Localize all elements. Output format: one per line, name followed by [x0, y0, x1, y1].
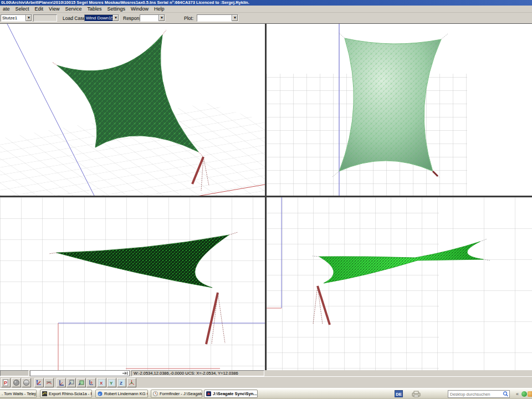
scroll-arrow-icon[interactable] [122, 371, 129, 375]
view-y-button[interactable]: Y [107, 378, 116, 387]
selection-combo-value: Stutze1 [1, 15, 25, 21]
view-box-3-button[interactable] [76, 378, 86, 387]
paste-button[interactable]: P [1, 378, 11, 387]
menu-item-ate[interactable]: ate [0, 6, 13, 13]
load-case-combo-value: Wind Down15 [85, 15, 112, 21]
taskbar-button-internet-explorer[interactable]: e Robert Lindemann KG Gr... [95, 390, 148, 398]
application-window: 0L00\Archiv\Arbeit\Planex\2010\10015 Seg… [0, 0, 532, 399]
svg-text:e: e [99, 392, 100, 396]
language-indicator[interactable]: DE [395, 390, 403, 397]
search-input[interactable] [448, 392, 502, 397]
chevron-down-icon[interactable]: ▼ [158, 15, 165, 21]
svg-text:X: X [100, 381, 103, 386]
window-title: 0L00\Archiv\Arbeit\Planex\2010\10015 Seg… [1, 0, 249, 5]
coordinate-readout: W:-2.0534,12.0386,-0.0000 UCS: X=-2.0534… [131, 370, 264, 376]
title-bar[interactable]: 0L00\Archiv\Arbeit\Planex\2010\10015 Seg… [0, 0, 532, 6]
elevation-grid-dense [267, 197, 439, 371]
tray-sync-icon[interactable] [521, 391, 527, 397]
load-case-combo[interactable]: Wind Down15 ▼ [84, 14, 119, 22]
load-case-label: Load Case: [63, 16, 86, 21]
menu-item-settings[interactable]: Settings [104, 6, 128, 13]
local-axis-button[interactable] [34, 378, 44, 387]
chevron-down-icon[interactable]: ▼ [112, 15, 119, 21]
render-solid-button[interactable] [12, 378, 21, 387]
view-x-button[interactable]: X [97, 378, 106, 387]
taskbar-button-formfinder[interactable]: Formfinder - J:\Seagate ... [151, 390, 202, 398]
plot-label: Plot: [184, 16, 193, 21]
plot-combo[interactable]: ▼ [197, 14, 238, 22]
empty-field [33, 14, 57, 22]
internet-explorer-icon: e [98, 391, 103, 396]
viewport-front[interactable] [0, 197, 265, 371]
formfinder-icon [153, 391, 158, 396]
viewport-grid [0, 23, 532, 370]
menu-item-select[interactable]: Select [13, 6, 32, 13]
elevation-grid-sparse [439, 197, 532, 371]
menu-item-tables[interactable]: Tables [84, 6, 104, 13]
response-combo[interactable]: ▼ [140, 14, 165, 22]
menu-item-service[interactable]: Service [62, 6, 84, 13]
svg-text:mm: mm [47, 380, 51, 383]
render-shaded-button[interactable] [22, 378, 31, 387]
chevron-down-icon[interactable]: ▼ [25, 15, 32, 21]
viewport-side[interactable] [267, 197, 532, 371]
chevron-down-icon[interactable]: ▼ [232, 15, 238, 21]
tray-app-icon[interactable] [528, 391, 532, 397]
taskbar: . Tom Waits - Teleph... Export Rhino-Sci… [0, 388, 532, 399]
elevation-grid [0, 197, 265, 371]
taskbar-button-tom-waits[interactable]: . Tom Waits - Teleph... [0, 390, 37, 398]
horizontal-scrollbar[interactable] [30, 370, 130, 376]
view-axonometric-button[interactable] [127, 378, 136, 387]
desktop-search [448, 390, 510, 398]
menu-bar: ate Select Edit View Service Tables Sett… [0, 6, 532, 13]
response-combo-value [140, 15, 158, 21]
taskbar-button-seagate-sync[interactable]: J:\Seagate Sync\Syn... [204, 390, 258, 398]
status-bar: W:-2.0534,12.0386,-0.0000 UCS: X=-2.0534… [0, 370, 532, 376]
seagate-sync-icon [206, 391, 211, 396]
search-icon[interactable] [502, 391, 509, 397]
menu-item-view[interactable]: View [46, 6, 62, 13]
status-pad [0, 370, 29, 376]
menu-item-edit[interactable]: Edit [32, 6, 47, 13]
svg-text:P: P [4, 380, 7, 386]
view-toolbar: P mm X Y Z [0, 376, 532, 388]
rhino-icon [42, 391, 47, 396]
menu-item-help[interactable]: Help [151, 6, 167, 13]
viewport-top[interactable] [267, 24, 532, 196]
plot-combo-value [197, 15, 232, 21]
svg-text:Z: Z [120, 381, 122, 386]
view-box-2-button[interactable] [66, 378, 76, 387]
tray-expand-chevron[interactable]: « [516, 391, 519, 397]
toolbar: Stutze1 ▼ Load Case: Wind Down15 ▼ Respo… [0, 13, 532, 23]
view-z-button[interactable]: Z [117, 378, 126, 387]
printer-icon[interactable] [411, 391, 421, 397]
selection-combo[interactable]: Stutze1 ▼ [1, 14, 32, 22]
view-box-1-button[interactable] [57, 378, 66, 387]
dimension-mm-button[interactable]: mm [44, 378, 54, 387]
menu-item-window[interactable]: Window [128, 6, 151, 13]
svg-text:Y: Y [110, 381, 113, 386]
view-down-button[interactable] [86, 378, 96, 387]
viewport-perspective[interactable] [0, 24, 265, 196]
taskbar-button-export-rhino[interactable]: Export Rhino-Scia1a - Rh... [40, 390, 92, 398]
